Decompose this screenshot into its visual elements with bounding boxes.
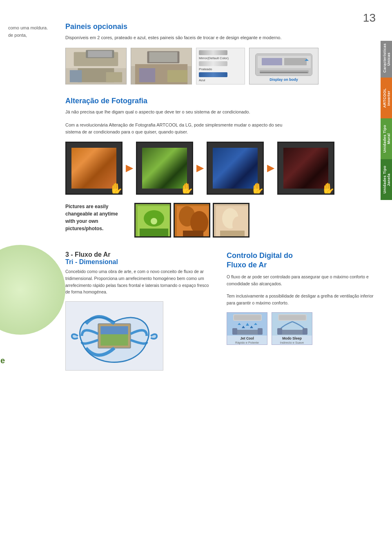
prateado-swatch <box>199 61 227 66</box>
poupanca-title: Poupança de Energia <box>0 355 20 376</box>
panel-image-2 <box>131 48 192 84</box>
sidebar-tabs: Características Únicas ARTCOOL Inverter … <box>381 41 392 200</box>
fluxo-title: 3 - Fluxo de Ar Tri - Dimensional <box>65 251 214 266</box>
svg-point-34 <box>232 216 245 233</box>
controlo-desc2: Tem inclusivamente a possibilidade de de… <box>227 293 376 307</box>
svg-rect-7 <box>106 72 122 82</box>
left-text: como uma moldura. de ponta, <box>8 24 48 39</box>
panel-images-row: Mirror(Default Color) Prateado Azul <box>65 48 376 84</box>
panel-image-1 <box>65 48 127 84</box>
svg-rect-54 <box>279 315 306 320</box>
modo-sleep-sublabel: Indirecto e Suave <box>280 341 304 344</box>
svg-rect-30 <box>183 231 203 237</box>
svg-rect-12 <box>149 52 177 62</box>
sidebar-tab-janela[interactable]: Unidades Tipo Janela <box>381 159 392 200</box>
hand-icon-3: ✋ <box>250 182 264 195</box>
paineis-title: Paineis opcionais <box>65 22 376 31</box>
svg-rect-59 <box>303 328 307 335</box>
sidebar-tab-caracteristicas[interactable]: Características Únicas <box>381 41 392 78</box>
paineis-section: Paineis opcionais Disponíveis em 2 cores… <box>65 22 376 84</box>
svg-rect-18 <box>284 58 307 65</box>
photo-frame-2: ✋ <box>136 142 193 195</box>
fluxo-desc: Concebido como uma obra de arte, e com o… <box>65 268 214 295</box>
alteracao-desc2: Com a revolucionária Alteração de Fotogr… <box>65 122 294 135</box>
pictures-row: Pictures are easily changeable at anytim… <box>65 203 376 239</box>
sidebar-tab-mural[interactable]: Unidades Tipo Mural <box>381 118 392 159</box>
ac-unit <box>255 53 312 76</box>
main-content: Paineis opcionais Disponíveis em 2 cores… <box>65 0 376 371</box>
sidebar-tab-artcool[interactable]: ARTCOOL Inverter <box>381 78 392 118</box>
mirror-swatch <box>199 50 227 55</box>
pictures-caption: Pictures are easily changeable at anytim… <box>65 203 118 232</box>
modo-sleep-label: Modo Sleep <box>282 335 302 341</box>
svg-rect-58 <box>277 328 282 335</box>
controlo-desc1: O fluxo de ar pode ser controlado para a… <box>227 273 376 287</box>
swap-arrow-2: ▶ <box>196 163 203 173</box>
svg-rect-17 <box>262 58 282 65</box>
svg-rect-24 <box>140 229 168 237</box>
svg-rect-14 <box>167 70 187 82</box>
photo-swap-row: ✋ ▶ ✋ ▶ ✋ ▶ ✋ <box>65 142 376 195</box>
svg-rect-50 <box>232 328 237 335</box>
svg-rect-57 <box>278 330 307 335</box>
jet-cool-sublabel: Rápido e Potente <box>235 341 259 344</box>
thumbnail-3 <box>213 203 249 238</box>
jet-cool-image: Jet Cool Rápido e Potente <box>227 312 267 345</box>
modo-sleep-visual <box>272 313 312 335</box>
svg-point-25 <box>151 218 157 224</box>
panel-color-swatches: Mirror(Default Color) Prateado Azul <box>196 48 245 84</box>
thumbnails-row <box>134 203 249 238</box>
modo-sleep-container: Modo Sleep Indirecto e Suave <box>272 312 312 345</box>
thumbnail-1 <box>134 203 171 238</box>
svg-rect-51 <box>258 328 263 335</box>
paineis-desc: Disponíveis em 2 cores, prateado e azul,… <box>65 34 294 41</box>
svg-rect-43 <box>234 315 261 320</box>
alteracao-desc1: Já não precisa que lhe digam qual o aspe… <box>65 109 294 116</box>
jet-cool-label: Jet Cool <box>240 335 254 341</box>
fluxo-section: 3 - Fluxo de Ar Tri - Dimensional Conceb… <box>65 251 214 371</box>
alteracao-section: Alteração de Fotografia Já não precisa q… <box>65 97 376 195</box>
modo-sleep-image: Modo Sleep Indirecto e Suave <box>272 312 312 345</box>
hand-icon-4: ✋ <box>321 182 334 195</box>
hand-icon-2: ✋ <box>180 182 193 195</box>
svg-point-29 <box>190 211 208 234</box>
controlo-section: Controlo Digital do Fluxo de Ar O fluxo … <box>227 251 376 371</box>
alteracao-title: Alteração de Fotografia <box>65 97 376 105</box>
sleep-images-row: Jet Cool Rápido e Potente <box>227 312 376 345</box>
display-on-body-label: Display on body <box>270 78 298 82</box>
tri-diagram <box>65 301 163 371</box>
photo-frame-4: ✋ <box>277 142 334 195</box>
svg-rect-19 <box>260 70 309 73</box>
photo-frame-3: ✋ <box>207 142 264 195</box>
svg-rect-13 <box>139 68 155 82</box>
azul-swatch <box>199 72 227 77</box>
svg-rect-5 <box>88 51 112 57</box>
photo-frame-1: ✋ <box>65 142 122 195</box>
svg-rect-6 <box>70 70 82 82</box>
controlo-title: Controlo Digital do Fluxo de Ar <box>227 251 376 270</box>
swatch-prateado <box>199 61 227 66</box>
page: 13 Características Únicas ARTCOOL Invert… <box>0 0 392 551</box>
swatch-azul <box>199 72 227 77</box>
poupanca-overlay: Poupança de Energia <box>0 355 20 376</box>
hand-icon-1: ✋ <box>109 182 122 195</box>
jet-cool-container: Jet Cool Rápido e Potente <box>227 312 267 345</box>
swatch-mirror <box>199 50 227 55</box>
svg-rect-35 <box>220 231 245 237</box>
jet-cool-visual <box>227 313 267 335</box>
swap-arrow-1: ▶ <box>126 163 133 173</box>
decorative-circle <box>0 245 65 335</box>
panel-display-on-body: Display on body <box>249 48 318 84</box>
thumbnail-2 <box>174 203 210 238</box>
svg-rect-49 <box>233 330 262 335</box>
swap-arrow-3: ▶ <box>267 163 274 173</box>
bottom-sections: 3 - Fluxo de Ar Tri - Dimensional Conceb… <box>65 251 376 371</box>
